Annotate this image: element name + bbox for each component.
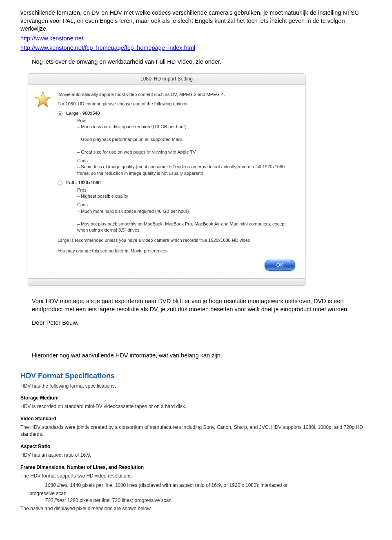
link-kenstone[interactable]: http://www.kenstone.net bbox=[20, 35, 83, 42]
dialog-recommend-2: You may change this setting later in iMo… bbox=[58, 248, 298, 254]
frame-intro: The HDV format supports two HD video res… bbox=[20, 473, 372, 480]
resolution-list: 1080 lines: 1440 pixels per line, 1080 l… bbox=[45, 482, 372, 489]
author-line: Door Peter Bouw. bbox=[32, 319, 372, 327]
dialog-lead-2: For 1080i HD content, please choose one … bbox=[58, 101, 298, 107]
import-setting-dialog: 1080i HD Import Setting iMovie automatic… bbox=[28, 73, 305, 286]
aspect-title: Aspect Ratio bbox=[20, 443, 372, 450]
option-full-label: Full - 1920x1080 bbox=[66, 180, 100, 185]
dialog-footer-strip bbox=[28, 278, 305, 286]
intro-paragraph: verschillende formaten, en DV en HDV met… bbox=[20, 9, 372, 33]
link-kenstone-fcp[interactable]: http://www.kenstone.net/fcp_homepage/fcp… bbox=[20, 45, 195, 51]
video-text: The HDV standards were jointly created b… bbox=[20, 424, 372, 438]
spec-intro: HDV has the following format specificati… bbox=[20, 383, 372, 390]
option-large-label: Large - 960x540 bbox=[66, 111, 100, 116]
res-720: 720 lines: 1280 pixels per line, 720 lin… bbox=[45, 497, 372, 504]
frame-footer: The native and displayed pixel dimension… bbox=[20, 505, 372, 512]
option-large[interactable]: Large - 960x540 Pros– Much less hard dis… bbox=[58, 110, 298, 176]
after-para2: Hieronder nog wat aanvullende HDV inform… bbox=[32, 352, 372, 360]
res-1080: 1080 lines: 1440 pixels per line, 1080 l… bbox=[45, 482, 372, 489]
ok-button[interactable]: OK bbox=[265, 260, 295, 271]
aspect-text: HDV has an aspect ratio of 16:9. bbox=[20, 452, 372, 459]
storage-text: HDV is recorded on standard mini-DV vide… bbox=[20, 403, 372, 410]
cons-label: Cons bbox=[77, 158, 90, 164]
svg-marker-0 bbox=[35, 91, 51, 107]
frame-title: Frame Dimensions, Number of Lines, and R… bbox=[20, 464, 372, 471]
storage-title: Storage Medium bbox=[20, 395, 372, 402]
radio-large-selected[interactable] bbox=[58, 111, 62, 116]
intro-note: Nog iets over de omvang en werkbaarheid … bbox=[32, 58, 372, 66]
res-1080-cont: progressive scan bbox=[29, 490, 372, 497]
star-icon bbox=[34, 91, 52, 109]
after-para1: Voor HDV montage, als je gaat exporteren… bbox=[32, 297, 372, 313]
option-full[interactable]: Full - 1920x1080 Pros– Highest possible … bbox=[58, 180, 298, 233]
pros-label: Pros bbox=[77, 118, 90, 124]
dialog-recommend-1: Large is recommended unless you have a v… bbox=[58, 237, 298, 243]
dialog-title: 1080i HD Import Setting bbox=[28, 74, 305, 85]
video-title: Video Standard bbox=[20, 415, 372, 422]
radio-full[interactable] bbox=[58, 181, 62, 185]
dialog-lead-1: iMovie automatically imports most video … bbox=[58, 91, 298, 98]
spec-heading: HDV Format Specifications bbox=[20, 371, 372, 381]
